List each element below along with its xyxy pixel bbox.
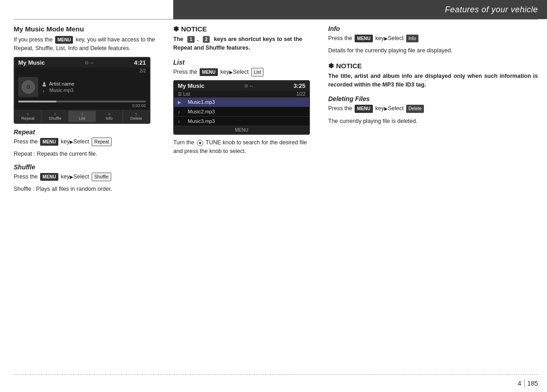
screen2-icons: ⊙ ↔ xyxy=(244,83,254,88)
screen2-time: 3:25 xyxy=(294,82,305,89)
num-badge-1: 1 xyxy=(187,36,195,43)
control-delete: 5 Delete xyxy=(123,111,150,122)
tune-pre: Turn the xyxy=(173,139,196,146)
ctrl-label-info: Info xyxy=(97,116,121,121)
delete-key-text: key xyxy=(375,105,384,112)
info-line: Press the MENU key▶Select Info xyxy=(328,34,538,43)
header-bar: Features of your vehicle xyxy=(173,0,547,19)
ctrl-num-5: 5 xyxy=(124,112,149,116)
screen2-header: My Music ⊙ ↔ 3:25 xyxy=(174,81,309,91)
screen2-row-1: ▶ Music1.mp3 xyxy=(174,97,309,107)
svg-point-3 xyxy=(43,82,46,84)
intro-pre: If you press the xyxy=(14,36,52,43)
ctrl-num-2: 2 xyxy=(42,112,67,116)
progress-time: 0:02:02 xyxy=(18,103,146,108)
delete-desc: The currently playing file is deleted. xyxy=(328,117,538,126)
screen2-list-icon: ☰ List xyxy=(178,92,190,97)
select-text-list: Select xyxy=(233,69,250,75)
page-number: 4 185 xyxy=(518,379,538,387)
screen2-subbar: ☰ List 1/22 xyxy=(174,91,309,97)
repeat-badge: Repeat xyxy=(92,137,112,147)
notice1-title: ✽ NOTICE xyxy=(173,25,315,33)
top-rule xyxy=(14,19,538,20)
shuffle-key-text: key xyxy=(61,173,69,180)
right-column: Info Press the MENU key▶Select Info Deta… xyxy=(324,25,538,369)
shuffle-title: Shuffle xyxy=(14,163,160,171)
screen1-header: My Music ⊙ ↔ 4:21 xyxy=(15,58,150,67)
screen1-controls: 1 Repeat 2 Shuffle 3 List 4 Info xyxy=(15,110,150,123)
play-icon-1: ▶ xyxy=(178,100,185,105)
num-badge-2: 2 xyxy=(203,36,210,43)
bottom-rule xyxy=(14,374,538,375)
screen1-counter: 2/2 xyxy=(139,68,146,73)
select-text-info: Select xyxy=(388,35,405,41)
repeat-key-text: key xyxy=(61,138,69,145)
arrow-info: ▶ xyxy=(384,36,388,41)
screen1-subbar: 2/2 xyxy=(15,67,150,74)
ctrl-label-list: List xyxy=(70,116,94,121)
screen-mockup-2: My Music ⊙ ↔ 3:25 ☰ List 1/22 ▶ Music1.m… xyxy=(173,80,310,135)
delete-line: Press the MENU key▶Select Delete xyxy=(328,104,538,113)
left-column: My Music Mode Menu If you press the MENU… xyxy=(14,25,169,369)
screen-mockup-1: My Music ⊙ ↔ 4:21 2/2 xyxy=(14,57,150,124)
header-title: Features of your vehicle xyxy=(445,5,538,15)
ctrl-num-1: 1 xyxy=(15,112,40,116)
note-icon-2: ♪ xyxy=(178,109,185,114)
svg-point-4 xyxy=(42,84,46,87)
control-shuffle: 2 Shuffle xyxy=(41,111,68,122)
screen1-title: My Music xyxy=(18,59,45,66)
chapter-number: 4 xyxy=(518,380,521,387)
track-2: Music2.mp3 xyxy=(188,109,215,114)
repeat-title: Repeat xyxy=(14,128,160,136)
menu-badge-shuffle: MENU xyxy=(40,173,58,181)
section-title: My Music Mode Menu xyxy=(14,25,160,33)
list-title: List xyxy=(173,59,315,66)
screen1-time: 4:21 xyxy=(134,59,146,66)
notice1-text: The 1 . 2 keys are shortcut keys to set … xyxy=(173,35,315,52)
person-icon xyxy=(42,82,46,87)
screen2-row-3: ♪ Music3.mp3 xyxy=(174,117,309,126)
svg-text:♪: ♪ xyxy=(42,88,45,93)
control-info: 4 Info xyxy=(96,111,123,122)
progress-fill xyxy=(18,101,57,102)
middle-column: ✽ NOTICE The 1 . 2 keys are shortcut key… xyxy=(169,25,324,369)
album-art xyxy=(18,77,38,97)
shuffle-line: Press the MENU key▶Select Shuffle xyxy=(14,173,160,182)
info-title: Info xyxy=(328,25,538,32)
notice2-title: ✽ NOTICE xyxy=(328,62,538,70)
screen2-menu-label: MENU xyxy=(235,127,248,132)
list-key-text: key xyxy=(220,69,229,75)
info-key-text: key xyxy=(375,35,384,41)
intro-text: If you press the MENU key, you will have… xyxy=(14,36,160,53)
screen1-progress: 0:02:02 xyxy=(15,100,150,110)
track-3: Music3.mp3 xyxy=(188,118,215,124)
screen2-row-2: ♪ Music2.mp3 xyxy=(174,107,309,117)
ctrl-num-3: 3 xyxy=(70,112,94,116)
svg-point-2 xyxy=(28,86,29,87)
menu-badge-intro: MENU xyxy=(55,36,73,44)
menu-badge-list: MENU xyxy=(200,68,217,76)
screen2-bottom: MENU xyxy=(174,126,309,134)
ctrl-label-shuffle: Shuffle xyxy=(42,116,67,121)
select-text-repeat: Select xyxy=(73,138,91,145)
shuffle-badge: Shuffle xyxy=(92,173,111,182)
ctrl-num-4: 4 xyxy=(97,112,121,116)
track-info: Artist name ♪ Music.mp3 xyxy=(42,81,146,93)
notice-box-1: ✽ NOTICE The 1 . 2 keys are shortcut key… xyxy=(173,25,315,52)
ctrl-label-delete: Delete xyxy=(124,116,149,121)
menu-badge-repeat: MENU xyxy=(40,138,58,146)
menu-badge-info: MENU xyxy=(355,35,372,43)
screen2-title: My Music xyxy=(178,82,205,89)
arrow-list: ▶ xyxy=(229,70,233,75)
note-icon: ♪ xyxy=(42,88,46,93)
file-name: ♪ Music.mp3 xyxy=(42,87,146,93)
tune-circle-icon xyxy=(197,140,203,146)
menu-badge-delete: MENU xyxy=(355,105,372,113)
notice2-text: The title, artist and album info are dis… xyxy=(328,72,538,89)
list-line: Press the MENU key▶Select List xyxy=(173,68,315,77)
screen1-icons: ⊙ ↔ xyxy=(85,60,94,65)
tune-text: Turn the TUNE knob to search for the des… xyxy=(173,138,315,156)
artist-name: Artist name xyxy=(42,81,146,87)
list-badge: List xyxy=(251,68,264,77)
repeat-line: Press the MENU key▶Select Repeat xyxy=(14,137,160,147)
